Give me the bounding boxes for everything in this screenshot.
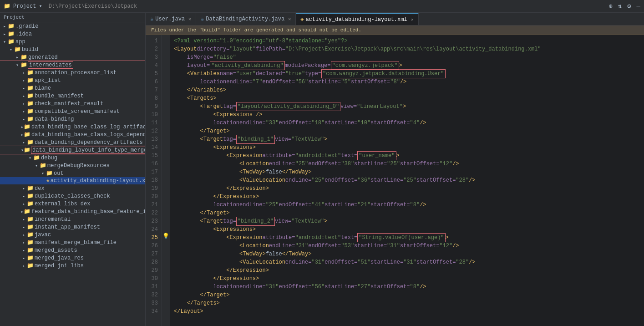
- tree-item-data_binding_dependency_artifacts[interactable]: ▸📁data_binding_dependency_artifacts: [0, 138, 145, 146]
- folder-icon: 📁: [24, 131, 30, 138]
- folder-icon: 📁: [20, 54, 27, 61]
- code-line-25: <Expression attribute="android:text" tex…: [170, 234, 644, 242]
- code-line-34: </Layout>: [170, 307, 644, 316]
- tree-item-label: dex: [35, 185, 45, 192]
- file-tree: ▸📁.gradle▸📁.idea▾📁app▾📁build▸📁generated▾…: [0, 22, 145, 270]
- tree-item-label: blame: [35, 85, 51, 92]
- tree-item-external_libs_dex[interactable]: ▸📁external_libs_dex: [0, 200, 145, 208]
- tab-layout-xml[interactable]: ◈ activity_databinding-layout.xml ✕: [296, 13, 419, 25]
- project-path: D:\Project\Exercise\Jetpack: [49, 3, 137, 10]
- tree-arrow: ▸: [21, 78, 26, 83]
- tab-databinding-activity[interactable]: ☕ DataBindingActivity.java ✕: [196, 13, 296, 25]
- add-icon[interactable]: ⊕: [609, 2, 612, 10]
- tree-item-intermediates[interactable]: ▾📁intermediates: [0, 61, 145, 69]
- gutter-line-25: 💡: [162, 232, 170, 240]
- project-icon: 📁: [4, 3, 10, 10]
- tree-arrow: ▸: [21, 186, 26, 191]
- layout-icon[interactable]: ⇅: [618, 2, 622, 10]
- tree-arrow: ▸: [21, 194, 26, 199]
- folder-icon: 📁: [26, 92, 34, 99]
- tree-item-app[interactable]: ▾📁app: [0, 38, 145, 46]
- tree-item-blame[interactable]: ▸📁blame: [0, 84, 145, 92]
- tree-item-.gradle[interactable]: ▸📁.gradle: [0, 22, 145, 30]
- tree-item-bundle_manifest[interactable]: ▸📁bundle_manifest: [0, 92, 145, 100]
- code-line-2: <Layout directory="layout" filePath="D:\…: [170, 45, 644, 53]
- tab-close-activity[interactable]: ✕: [288, 16, 291, 22]
- folder-icon: 📁: [26, 216, 34, 223]
- tree-item-duplicate_classes_check[interactable]: ▸📁duplicate_classes_check: [0, 192, 145, 200]
- tree-item-label: annotation_processor_list: [35, 70, 117, 76]
- tree-item-javac[interactable]: ▸📁javac: [0, 231, 145, 239]
- gutter: 💡: [162, 35, 170, 326]
- tree-item-incremental[interactable]: ▸📁incremental: [0, 215, 145, 223]
- tree-item-label: generated: [28, 54, 58, 61]
- minimize-icon[interactable]: —: [637, 2, 640, 10]
- line-number-22: 22: [146, 209, 162, 217]
- tree-item-data-binding[interactable]: ▸📁data-binding: [0, 115, 145, 123]
- tree-item-label: duplicate_classes_check: [35, 193, 110, 199]
- project-label: Project: [13, 3, 36, 10]
- tree-item-.idea[interactable]: ▸📁.idea: [0, 30, 145, 38]
- gutter-line-20: [162, 191, 170, 199]
- code-line-9: <Target tag="layout/activity_databinding…: [170, 102, 644, 111]
- gutter-line-28: [162, 256, 170, 265]
- tree-item-label: instant_app_manifest: [35, 224, 100, 230]
- tree-item-compatible_screen_manifest[interactable]: ▸📁compatible_screen_manifest: [0, 107, 145, 115]
- tree-arrow: ▸: [15, 55, 20, 60]
- folder-icon: 📁: [24, 123, 30, 130]
- tree-item-out[interactable]: ▾📁out: [0, 169, 145, 177]
- tab-user-java[interactable]: ☕ User.java ✕: [146, 13, 196, 25]
- settings-icon[interactable]: ⚙: [627, 2, 631, 10]
- tree-item-check_manifest_result[interactable]: ▸📁check_manifest_result: [0, 100, 145, 107]
- tree-item-generated[interactable]: ▸📁generated: [0, 53, 145, 61]
- tree-item-debug[interactable]: ▾📁debug: [0, 154, 145, 162]
- tab-close-user[interactable]: ✕: [188, 16, 191, 22]
- tree-item-label: data_binding_base_class_logs_dependency_…: [31, 132, 146, 138]
- line-number-25: 25: [146, 234, 162, 242]
- gutter-line-29: [162, 265, 170, 273]
- tree-item-label: manifest_merge_blame_file: [35, 239, 117, 246]
- folder-icon: 📁: [26, 100, 34, 107]
- top-bar-actions: ⊕ ⇅ ⚙ —: [609, 2, 640, 10]
- tree-arrow: ▸: [21, 86, 26, 91]
- folder-icon: 📁: [24, 208, 30, 215]
- tree-item-dex[interactable]: ▸📁dex: [0, 184, 145, 192]
- tree-item-build[interactable]: ▾📁build: [0, 46, 145, 53]
- tree-item-instant_app_manifest[interactable]: ▸📁instant_app_manifest: [0, 223, 145, 231]
- tree-item-label: data-binding: [35, 116, 74, 122]
- tree-item-data_binding_base_class_logs_dependency_artifacts[interactable]: ▸📁data_binding_base_class_logs_dependenc…: [0, 131, 145, 138]
- folder-icon: 📁: [26, 262, 34, 269]
- tab-close-xml[interactable]: ✕: [411, 17, 414, 22]
- tree-arrow: ▾: [40, 171, 46, 176]
- tree-item-merged_jni_libs[interactable]: ▸📁merged_jni_libs: [0, 262, 145, 270]
- tree-item-manifest_merge_blame_file[interactable]: ▸📁manifest_merge_blame_file: [0, 239, 145, 246]
- code-line-32: </Target>: [170, 291, 644, 299]
- folder-icon: 📁: [26, 85, 34, 92]
- tree-item-label: merged_jni_libs: [35, 263, 84, 269]
- line-number-12: 12: [146, 127, 162, 135]
- gutter-line-5: [162, 68, 170, 76]
- gutter-line-12: [162, 125, 170, 133]
- code-line-14: <Expressions>: [170, 143, 644, 152]
- folder-icon: 📁: [20, 61, 27, 68]
- tree-item-data_binding_layout_info_type_merge[interactable]: ▾📁data_binding_layout_info_type_merge: [0, 146, 145, 154]
- folder-icon: 📁: [7, 38, 15, 45]
- dropdown-arrow[interactable]: ▾: [39, 3, 42, 10]
- tree-item-apk_list[interactable]: ▸📁apk_list: [0, 76, 145, 84]
- tree-item-mergeDebugResources[interactable]: ▾📁mergeDebugResources: [0, 162, 145, 169]
- tree-item-merged_java_res[interactable]: ▸📁merged_java_res: [0, 254, 145, 262]
- code-line-26: <Location endLine="31" endOffset="53" st…: [170, 242, 644, 250]
- tree-item-label: compatible_screen_manifest: [35, 108, 120, 115]
- code-line-33: </Targets>: [170, 299, 644, 307]
- tree-item-data_binding_base_class_log_artifact[interactable]: ▸📁data_binding_base_class_log_artifact: [0, 123, 145, 131]
- tree-item-annotation_processor_list[interactable]: ▸📁annotation_processor_list: [0, 69, 145, 76]
- code-content[interactable]: <?xml version="1.0" encoding="utf-8" sta…: [170, 35, 644, 326]
- tree-item-activity_databinding-layout.xml[interactable]: ◈activity_databinding-layout.xml: [0, 177, 145, 184]
- line-number-4: 4: [146, 61, 162, 70]
- tree-item-label: bundle_manifest: [35, 93, 84, 99]
- line-number-15: 15: [146, 152, 162, 160]
- folder-icon: 📁: [33, 154, 40, 161]
- tree-item-merged_assets[interactable]: ▸📁merged_assets: [0, 246, 145, 254]
- tree-item-feature_data_binding_base_feature_info[interactable]: ▸📁feature_data_binding_base_feature_info: [0, 208, 145, 215]
- code-area: 1234567891011121314151617181920212223242…: [146, 35, 644, 326]
